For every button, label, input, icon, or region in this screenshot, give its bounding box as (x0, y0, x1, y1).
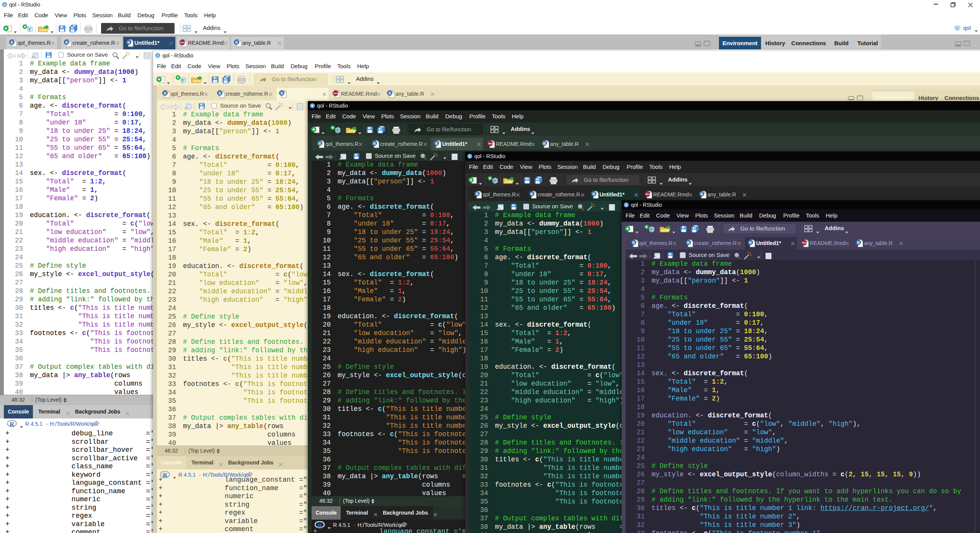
svg-text:R: R (3, 3, 6, 7)
svg-text:Rmd: Rmd (180, 41, 185, 44)
svg-text:R: R (157, 54, 159, 58)
svg-text:R: R (318, 141, 322, 146)
svg-text:R: R (956, 27, 958, 30)
svg-text:R: R (650, 228, 653, 231)
svg-text:Rmd: Rmd (333, 92, 338, 95)
svg-text:Rmd: Rmd (802, 242, 807, 244)
svg-text:R: R (219, 91, 222, 95)
svg-text:R: R (235, 40, 238, 44)
svg-text:R: R (389, 91, 392, 95)
svg-text:R: R (469, 155, 471, 159)
svg-text:R: R (164, 91, 167, 95)
svg-text:R: R (857, 240, 860, 245)
svg-text:R: R (625, 203, 628, 207)
svg-text:R: R (281, 91, 284, 95)
svg-text:R: R (593, 192, 596, 196)
svg-text:R: R (65, 40, 69, 44)
svg-text:Rmd: Rmd (645, 193, 650, 195)
svg-text:R: R (29, 28, 31, 31)
svg-text:R: R (127, 40, 131, 44)
svg-text:R: R (543, 141, 546, 146)
svg-text:R: R (476, 192, 479, 196)
svg-text:R: R (494, 179, 496, 183)
svg-text:R: R (687, 240, 690, 245)
svg-text:R: R (435, 141, 438, 146)
svg-text:R: R (701, 192, 704, 196)
svg-text:R: R (182, 78, 184, 82)
svg-text:R: R (632, 240, 635, 245)
svg-text:R: R (373, 141, 376, 146)
svg-text:R: R (311, 104, 314, 108)
svg-text:R: R (531, 192, 534, 196)
svg-text:Rmd: Rmd (488, 142, 493, 145)
svg-text:R: R (749, 240, 752, 245)
svg-text:R: R (11, 40, 14, 44)
svg-text:R: R (336, 129, 339, 132)
svg-text:R: R (10, 421, 15, 428)
